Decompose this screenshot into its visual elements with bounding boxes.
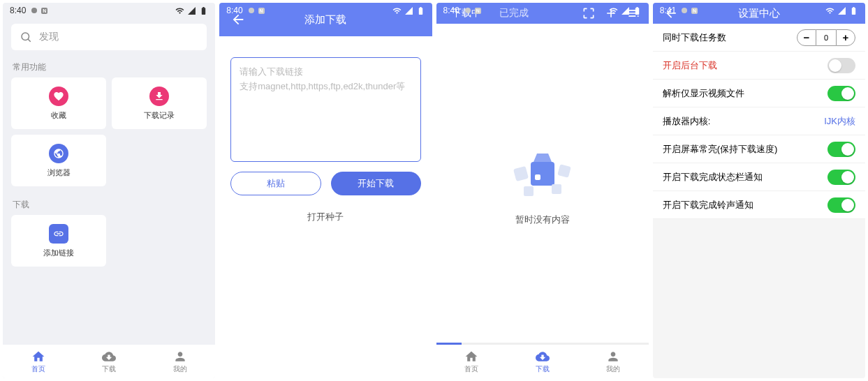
nav-download[interactable]: 下载 [507,345,578,378]
setting-background-download: 开启后台下载 [653,52,865,80]
person-icon [173,350,187,364]
download-icon [149,87,169,106]
search-icon [20,31,32,43]
wifi-icon [609,6,618,15]
setting-label: 开启屏幕常亮(保持下载速度) [663,143,827,156]
nav-download[interactable]: 下载 [73,345,144,378]
battery-icon [633,6,642,15]
wifi-icon [175,6,184,15]
stepper-plus[interactable]: + [836,29,855,46]
tile-favorites[interactable]: 收藏 [11,77,106,129]
download-tiles: 添加链接 [3,215,215,267]
common-tiles: 收藏 下载记录 浏览器 [3,77,215,186]
open-torrent-link[interactable]: 打开种子 [219,211,432,223]
clock: 8:40 [10,6,26,15]
signal-icon [187,6,196,15]
screen-home: 8:40 N 发现 常用功能 收藏 下载记录 浏览 [3,3,215,378]
setting-label: 播放器内核: [663,115,824,128]
start-download-button[interactable]: 开始下载 [331,172,420,195]
nav-home[interactable]: 首页 [3,345,73,378]
tile-label: 添加链接 [43,248,74,258]
svg-rect-8 [552,184,561,194]
status-bar: 8:41 N [653,3,865,18]
tile-add-link[interactable]: 添加链接 [11,215,106,267]
tile-label: 浏览器 [47,167,71,178]
empty-text: 暂时没有内容 [515,214,570,226]
tile-label: 下载记录 [144,110,175,121]
tile-download-history[interactable]: 下载记录 [112,77,207,129]
wifi-icon [825,6,834,15]
placeholder-line: 请输入下载链接 [240,65,411,80]
setting-label: 同时下载任务数 [663,31,797,44]
toggle-notify-sound[interactable] [827,197,855,213]
svg-rect-6 [557,164,571,178]
home-icon [31,350,45,364]
setting-label: 开启后台下载 [663,59,827,72]
setting-player-core[interactable]: 播放器内核: IJK内核 [653,107,865,135]
stepper-value: 0 [816,29,836,46]
home-icon [464,350,478,364]
toggle-parse-video[interactable] [827,86,855,101]
svg-rect-2 [531,162,554,186]
stepper-minus[interactable]: − [797,29,816,46]
status-bar: 8:40 N [436,3,649,18]
toggle-notify-status[interactable] [827,170,855,185]
heart-icon [49,87,68,106]
setting-keep-screen-on: 开启屏幕常亮(保持下载速度) [653,135,865,163]
setting-label: 解析仅显示视频文件 [663,87,827,100]
nav-home[interactable]: 首页 [436,345,507,378]
tile-browser[interactable]: 浏览器 [11,135,106,186]
placeholder-line: 支持magnet,http,https,ftp,ed2k,thunder等 [240,80,411,94]
signal-icon [404,6,413,15]
screen-add-download: 8:40 N 添加下载 请输入下载链接 支持magnet,http,https,… [219,3,432,378]
battery-icon [849,6,858,15]
setting-label: 开启下载完成铃声通知 [663,199,827,211]
setting-parse-video-only: 解析仅显示视频文件 [653,80,865,107]
nav-mine[interactable]: 我的 [578,345,648,378]
clock: 8:40 [226,6,242,15]
button-row: 粘贴 开始下载 [219,172,432,195]
player-core-value: IJK内核 [824,115,855,128]
battery-icon [199,6,208,15]
svg-rect-3 [535,174,540,180]
section-title-download: 下载 [3,193,215,215]
signal-icon [621,6,630,15]
tile-label: 收藏 [51,110,66,121]
status-bar: 8:40 N [219,3,432,18]
signal-icon [837,6,846,15]
nav-mine[interactable]: 我的 [145,345,215,378]
setting-notify-sound: 开启下载完成铃声通知 [653,191,865,219]
globe-icon [49,144,68,163]
svg-rect-7 [524,186,534,196]
svg-rect-5 [513,165,529,181]
cloud-download-icon [536,350,550,364]
clock: 8:41 [660,6,676,15]
concurrent-stepper: − 0 + [797,29,855,46]
link-icon [49,224,68,244]
empty-illustration [504,141,581,204]
search-input[interactable]: 发现 [11,24,207,50]
toggle-background[interactable] [827,58,855,73]
svg-line-1 [28,39,31,42]
screen-settings: 8:41 N 设置中心 同时下载任务数 − 0 + 开启后台下载 解析仅显示视频… [653,3,865,378]
section-title-common: 常用功能 [3,56,215,77]
toggle-keep-screen[interactable] [827,142,855,157]
setting-label: 开启下载完成状态栏通知 [663,171,827,184]
download-link-input[interactable]: 请输入下载链接 支持magnet,http,https,ftp,ed2k,thu… [230,57,420,162]
empty-state: 暂时没有内容 [436,24,649,343]
setting-concurrent-downloads: 同时下载任务数 − 0 + [653,24,865,52]
bottom-nav: 首页 下载 我的 [3,345,215,378]
screen-downloads: 8:40 N 下载中 已完成 暂时没有内容 [436,3,649,378]
svg-point-0 [22,33,29,40]
person-icon [606,350,620,364]
cloud-download-icon [102,350,116,364]
battery-icon [416,6,425,15]
search-placeholder: 发现 [39,31,59,43]
setting-notify-statusbar: 开启下载完成状态栏通知 [653,163,865,191]
bottom-nav: 首页 下载 我的 [436,345,649,378]
svg-marker-4 [534,154,552,162]
paste-button[interactable]: 粘贴 [230,172,321,195]
wifi-icon [392,6,402,15]
status-bar: 8:40 N [3,3,215,18]
clock: 8:40 [443,6,459,15]
